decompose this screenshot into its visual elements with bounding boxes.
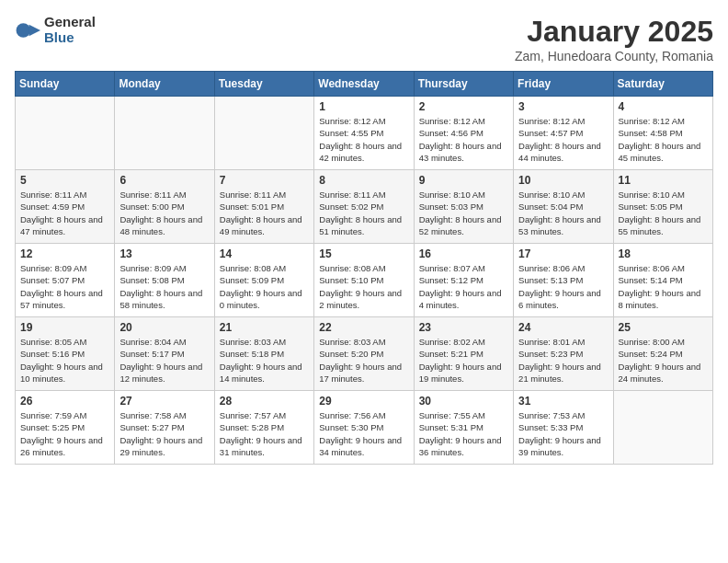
logo-text: General Blue <box>44 15 96 45</box>
calendar-cell-w4-d1: 19Sunrise: 8:05 AM Sunset: 5:16 PM Dayli… <box>16 317 115 391</box>
calendar-week-2: 5Sunrise: 8:11 AM Sunset: 4:59 PM Daylig… <box>16 170 713 244</box>
calendar-subtitle: Zam, Hunedoara County, Romania <box>515 49 713 63</box>
day-number: 21 <box>220 321 309 334</box>
day-number: 22 <box>319 321 408 334</box>
calendar-cell-w4-d6: 24Sunrise: 8:01 AM Sunset: 5:23 PM Dayli… <box>514 317 613 391</box>
weekday-header-monday: Monday <box>115 72 214 97</box>
calendar-cell-w1-d3 <box>214 97 313 170</box>
calendar-cell-w5-d2: 27Sunrise: 7:58 AM Sunset: 5:27 PM Dayli… <box>115 391 214 465</box>
day-number: 19 <box>20 321 109 334</box>
calendar-cell-w2-d7: 11Sunrise: 8:10 AM Sunset: 5:05 PM Dayli… <box>613 170 712 244</box>
day-info: Sunrise: 8:08 AM Sunset: 5:10 PM Dayligh… <box>319 262 408 311</box>
calendar-title: January 2025 <box>515 15 713 49</box>
day-info: Sunrise: 8:11 AM Sunset: 4:59 PM Dayligh… <box>20 189 109 237</box>
day-info: Sunrise: 8:11 AM Sunset: 5:02 PM Dayligh… <box>319 189 408 237</box>
day-number: 28 <box>220 395 309 408</box>
day-number: 3 <box>518 100 608 113</box>
weekday-header-tuesday: Tuesday <box>214 72 313 97</box>
day-info: Sunrise: 8:09 AM Sunset: 5:07 PM Dayligh… <box>20 262 109 311</box>
day-info: Sunrise: 8:01 AM Sunset: 5:23 PM Dayligh… <box>518 336 608 385</box>
weekday-header-row: SundayMondayTuesdayWednesdayThursdayFrid… <box>16 72 713 97</box>
day-number: 14 <box>220 247 309 260</box>
day-number: 17 <box>518 247 608 260</box>
day-info: Sunrise: 8:12 AM Sunset: 4:58 PM Dayligh… <box>619 115 708 164</box>
day-info: Sunrise: 8:10 AM Sunset: 5:04 PM Dayligh… <box>518 189 608 237</box>
calendar-cell-w3-d3: 14Sunrise: 8:08 AM Sunset: 5:09 PM Dayli… <box>214 244 313 317</box>
day-number: 6 <box>119 174 209 187</box>
day-info: Sunrise: 7:57 AM Sunset: 5:28 PM Dayligh… <box>220 409 309 458</box>
day-info: Sunrise: 8:08 AM Sunset: 5:09 PM Dayligh… <box>220 262 309 311</box>
weekday-header-saturday: Saturday <box>613 72 712 97</box>
day-number: 2 <box>419 100 508 113</box>
calendar-cell-w3-d6: 17Sunrise: 8:06 AM Sunset: 5:13 PM Dayli… <box>514 244 613 317</box>
calendar-cell-w3-d5: 16Sunrise: 8:07 AM Sunset: 5:12 PM Dayli… <box>414 244 513 317</box>
weekday-header-thursday: Thursday <box>414 72 513 97</box>
calendar-cell-w2-d1: 5Sunrise: 8:11 AM Sunset: 4:59 PM Daylig… <box>16 170 115 244</box>
day-number: 20 <box>119 321 209 334</box>
day-info: Sunrise: 8:00 AM Sunset: 5:24 PM Dayligh… <box>619 336 708 385</box>
logo-general: General <box>44 15 96 30</box>
day-number: 8 <box>319 174 408 187</box>
day-info: Sunrise: 8:06 AM Sunset: 5:14 PM Dayligh… <box>619 262 708 311</box>
day-number: 29 <box>319 395 408 408</box>
logo-blue: Blue <box>44 30 96 46</box>
calendar-cell-w5-d4: 29Sunrise: 7:56 AM Sunset: 5:30 PM Dayli… <box>314 391 414 465</box>
day-number: 18 <box>619 247 708 260</box>
day-info: Sunrise: 8:04 AM Sunset: 5:17 PM Dayligh… <box>119 336 209 385</box>
day-info: Sunrise: 8:12 AM Sunset: 4:55 PM Dayligh… <box>319 115 408 164</box>
calendar-cell-w5-d6: 31Sunrise: 7:53 AM Sunset: 5:33 PM Dayli… <box>514 391 613 465</box>
day-info: Sunrise: 8:12 AM Sunset: 4:57 PM Dayligh… <box>518 115 608 164</box>
calendar-cell-w1-d7: 4Sunrise: 8:12 AM Sunset: 4:58 PM Daylig… <box>613 97 712 170</box>
title-block: January 2025 Zam, Hunedoara County, Roma… <box>515 15 713 63</box>
day-number: 16 <box>419 247 508 260</box>
calendar-week-5: 26Sunrise: 7:59 AM Sunset: 5:25 PM Dayli… <box>16 391 713 465</box>
calendar-cell-w1-d4: 1Sunrise: 8:12 AM Sunset: 4:55 PM Daylig… <box>314 97 414 170</box>
calendar-cell-w2-d5: 9Sunrise: 8:10 AM Sunset: 5:03 PM Daylig… <box>414 170 513 244</box>
calendar-cell-w5-d1: 26Sunrise: 7:59 AM Sunset: 5:25 PM Dayli… <box>16 391 115 465</box>
calendar-cell-w3-d4: 15Sunrise: 8:08 AM Sunset: 5:10 PM Dayli… <box>314 244 414 317</box>
day-number: 7 <box>220 174 309 187</box>
day-number: 11 <box>619 174 708 187</box>
calendar-cell-w2-d4: 8Sunrise: 8:11 AM Sunset: 5:02 PM Daylig… <box>314 170 414 244</box>
calendar-header: SundayMondayTuesdayWednesdayThursdayFrid… <box>16 72 713 97</box>
day-info: Sunrise: 8:03 AM Sunset: 5:20 PM Dayligh… <box>319 336 408 385</box>
calendar-cell-w4-d7: 25Sunrise: 8:00 AM Sunset: 5:24 PM Dayli… <box>613 317 712 391</box>
calendar-cell-w1-d1 <box>16 97 115 170</box>
svg-point-0 <box>17 23 31 38</box>
day-number: 30 <box>419 395 508 408</box>
day-info: Sunrise: 8:07 AM Sunset: 5:12 PM Dayligh… <box>419 262 508 311</box>
day-info: Sunrise: 7:53 AM Sunset: 5:33 PM Dayligh… <box>518 409 608 458</box>
calendar-week-4: 19Sunrise: 8:05 AM Sunset: 5:16 PM Dayli… <box>16 317 713 391</box>
day-info: Sunrise: 8:10 AM Sunset: 5:03 PM Dayligh… <box>419 189 508 237</box>
day-number: 9 <box>419 174 508 187</box>
day-number: 13 <box>119 247 209 260</box>
day-info: Sunrise: 8:11 AM Sunset: 5:00 PM Dayligh… <box>119 189 209 237</box>
calendar-table: SundayMondayTuesdayWednesdayThursdayFrid… <box>15 71 713 465</box>
day-number: 1 <box>319 100 408 113</box>
day-info: Sunrise: 8:03 AM Sunset: 5:18 PM Dayligh… <box>220 336 309 385</box>
calendar-cell-w3-d2: 13Sunrise: 8:09 AM Sunset: 5:08 PM Dayli… <box>115 244 214 317</box>
day-number: 25 <box>619 321 708 334</box>
calendar-week-3: 12Sunrise: 8:09 AM Sunset: 5:07 PM Dayli… <box>16 244 713 317</box>
calendar-cell-w4-d3: 21Sunrise: 8:03 AM Sunset: 5:18 PM Dayli… <box>214 317 313 391</box>
calendar-cell-w4-d5: 23Sunrise: 8:02 AM Sunset: 5:21 PM Dayli… <box>414 317 513 391</box>
svg-marker-1 <box>29 24 40 35</box>
calendar-cell-w2-d2: 6Sunrise: 8:11 AM Sunset: 5:00 PM Daylig… <box>115 170 214 244</box>
day-info: Sunrise: 8:12 AM Sunset: 4:56 PM Dayligh… <box>419 115 508 164</box>
calendar-cell-w2-d6: 10Sunrise: 8:10 AM Sunset: 5:04 PM Dayli… <box>514 170 613 244</box>
day-number: 27 <box>119 395 209 408</box>
day-info: Sunrise: 8:09 AM Sunset: 5:08 PM Dayligh… <box>119 262 209 311</box>
day-number: 5 <box>20 174 109 187</box>
day-number: 23 <box>419 321 508 334</box>
weekday-header-wednesday: Wednesday <box>314 72 414 97</box>
page-header: General Blue January 2025 Zam, Hunedoara… <box>15 15 713 63</box>
day-info: Sunrise: 8:11 AM Sunset: 5:01 PM Dayligh… <box>220 189 309 237</box>
logo-icon <box>15 17 40 43</box>
calendar-cell-w3-d7: 18Sunrise: 8:06 AM Sunset: 5:14 PM Dayli… <box>613 244 712 317</box>
day-info: Sunrise: 8:10 AM Sunset: 5:05 PM Dayligh… <box>619 189 708 237</box>
calendar-cell-w1-d5: 2Sunrise: 8:12 AM Sunset: 4:56 PM Daylig… <box>414 97 513 170</box>
day-number: 31 <box>518 395 608 408</box>
calendar-cell-w1-d6: 3Sunrise: 8:12 AM Sunset: 4:57 PM Daylig… <box>514 97 613 170</box>
weekday-header-friday: Friday <box>514 72 613 97</box>
calendar-cell-w5-d3: 28Sunrise: 7:57 AM Sunset: 5:28 PM Dayli… <box>214 391 313 465</box>
